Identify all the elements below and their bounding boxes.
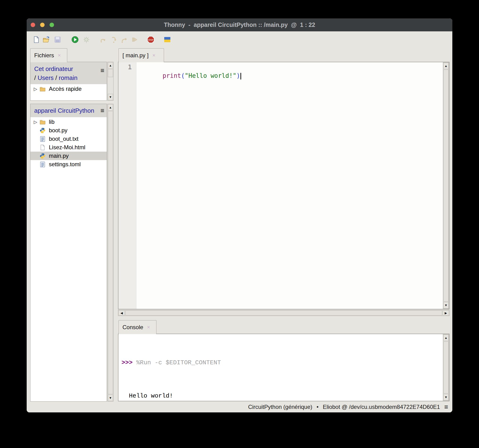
debug-bug-icon [83,36,90,43]
scroll-down-icon[interactable]: ▼ [443,302,449,308]
tree-item-label: lib [49,119,54,125]
ukraine-flag-icon [164,36,171,43]
new-file-button[interactable] [33,36,40,43]
debug-script-button[interactable] [83,36,90,43]
tab-editor-close-icon[interactable]: × [153,53,155,58]
backend-menu-icon[interactable]: ≡ [444,403,448,411]
run-script-button[interactable] [71,36,79,43]
tree-item-label: Lisez-Moi.html [49,144,86,151]
console-prompt: >>> [121,359,136,366]
status-separator: • [317,404,319,410]
support-ukraine-button[interactable] [164,36,171,43]
breadcrumb-separator: / [34,74,38,81]
scroll-up-icon[interactable]: ▲ [443,63,449,69]
console-output[interactable]: >>> %Run -c $EDITOR_CONTENT Hello world!… [119,334,443,401]
save-floppy-icon [54,36,61,43]
toolbar [27,31,452,48]
tree-item-boot-py[interactable]: ▷ boot.py [30,126,107,135]
tab-files-close-icon[interactable]: × [58,53,61,58]
breadcrumb-romain-link[interactable]: romain [59,74,77,81]
console-scrollbar[interactable]: ▲ ▼ [443,334,449,401]
folder-icon [40,86,46,92]
close-window-button[interactable] [31,23,35,27]
console-line: Hello world! [121,390,443,402]
computer-file-list: ▷ Accès rapide [30,84,107,100]
window-title: Thonny - appareil CircuitPython :: /main… [27,21,452,28]
tab-console[interactable]: Console × [119,320,156,334]
scrollbar-trough [108,77,113,94]
computer-panel-scrollbar[interactable]: ▲ ▼ [107,62,113,101]
status-bar: CircuitPython (générique) • Eliobot @ /d… [27,402,452,412]
scroll-down-icon[interactable]: ▼ [443,394,449,400]
open-file-button[interactable] [42,36,50,43]
code-token-print: print [163,72,181,79]
save-file-button[interactable] [54,36,61,43]
scroll-down-icon[interactable]: ▼ [108,395,113,401]
resume-button[interactable] [131,36,138,43]
device-panel-menu-icon[interactable]: ≡ [100,107,104,114]
tree-item-settings-toml[interactable]: ▷ settings.toml [30,160,107,169]
scrollbar-thumb[interactable] [443,341,449,394]
files-computer-panel: Cet ordinateur / Users / romain ≡ ▷ Accè… [30,62,113,101]
scroll-left-icon[interactable]: ◀ [119,310,125,316]
tab-editor-main-py[interactable]: [ main.py ] × [119,48,164,62]
tab-files-label: Fichiers [34,52,54,59]
step-out-icon [120,36,128,43]
code-area[interactable]: print("Hello world!") [136,62,443,309]
code-token-string: "Hello world!" [185,72,236,79]
scrollbar-thumb[interactable] [108,111,113,394]
step-over-icon [100,36,107,43]
tree-item-lisez-moi-html[interactable]: ▷ Lisez-Moi.html [30,143,107,152]
computer-panel-menu-icon[interactable]: ≡ [100,67,104,74]
tree-item-label: boot.py [49,127,67,134]
console-panel[interactable]: >>> %Run -c $EDITOR_CONTENT Hello world!… [118,334,450,401]
code-token-paren: ) [236,72,240,79]
step-into-icon [110,36,118,43]
tree-item-boot-out-txt[interactable]: ▷ boot_out.txt [30,135,107,143]
files-device-tree: appareil CircuitPython ≡ ▷ lib ▷ boot.py… [30,104,107,402]
tree-item-lib[interactable]: ▷ lib [30,118,107,126]
stop-restart-button[interactable] [147,36,154,43]
scroll-right-icon[interactable]: ▶ [443,310,449,316]
tree-item-label: main.py [49,153,69,159]
thonny-window: Thonny - appareil CircuitPython :: /main… [27,18,452,412]
step-into-button[interactable] [110,36,118,43]
editor-horizontal-scrollbar[interactable]: ◀ ▶ [118,310,450,316]
step-over-button[interactable] [100,36,107,43]
scroll-up-icon[interactable]: ▲ [108,104,113,110]
computer-breadcrumb: Cet ordinateur / Users / romain ≡ [30,62,107,84]
tree-item-main-py[interactable]: ▷ main.py [30,152,107,160]
scrollbar-thumb[interactable] [108,69,113,77]
run-play-icon [71,36,79,43]
new-file-icon [33,36,40,43]
breadcrumb-users-link[interactable]: Users [38,74,53,81]
breadcrumb-computer-link[interactable]: Cet ordinateur [34,65,73,72]
open-folder-icon [42,36,50,43]
expand-arrow-icon[interactable]: ▷ [34,119,40,125]
code-token-paren: ( [181,72,185,79]
tab-console-close-icon[interactable]: × [147,325,150,330]
line-number: 1 [119,64,132,71]
tree-item-acces-rapide[interactable]: ▷ Accès rapide [30,85,107,93]
tree-item-label: settings.toml [49,161,81,168]
text-file-icon [40,136,46,142]
scrollbar-thumb[interactable] [443,70,449,302]
scroll-down-icon[interactable]: ▼ [108,94,113,100]
tree-item-label: boot_out.txt [49,136,78,142]
scroll-up-icon[interactable]: ▲ [443,335,449,341]
console-line: >>> %Run -c $EDITOR_CONTENT [121,357,443,368]
code-editor[interactable]: 1 print("Hello world!") ▲ ▼ [118,62,450,309]
step-out-button[interactable] [120,36,128,43]
device-title-link[interactable]: appareil CircuitPython [34,106,97,115]
tab-console-label: Console [122,324,143,331]
expand-arrow-icon[interactable]: ▷ [34,86,40,92]
device-panel-scrollbar[interactable]: ▲ ▼ [107,104,113,402]
zoom-window-button[interactable] [50,23,54,27]
page-file-icon [40,144,46,151]
tab-files[interactable]: Fichiers × [30,48,67,62]
scrollbar-thumb[interactable] [125,310,442,316]
editor-scrollbar[interactable]: ▲ ▼ [443,62,449,309]
scroll-up-icon[interactable]: ▲ [108,62,113,69]
minimize-window-button[interactable] [40,23,45,27]
tab-editor-label: [ main.py ] [122,52,149,59]
